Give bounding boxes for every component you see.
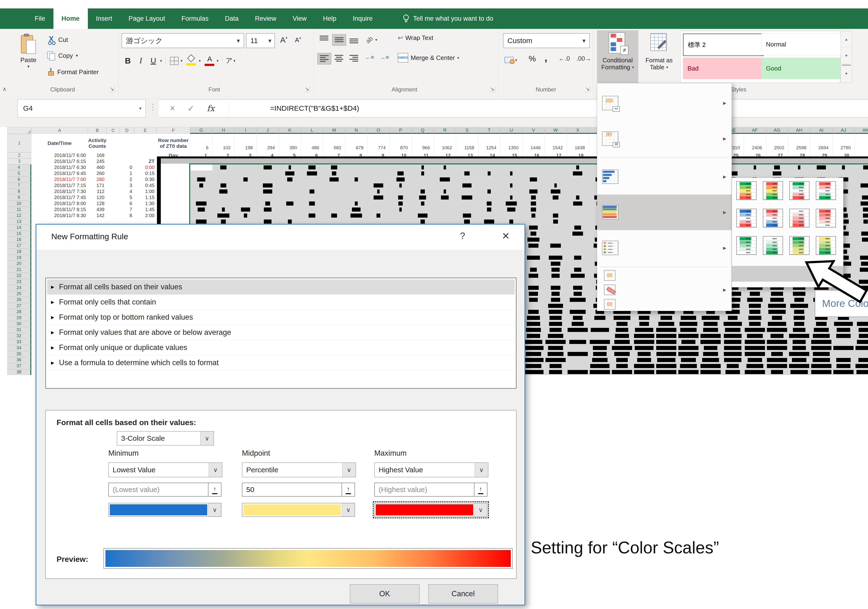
color-select-0[interactable]: ∨	[108, 503, 222, 517]
tell-me-label[interactable]: Tell me what you want to do	[413, 15, 493, 22]
copy-button[interactable]: Copy▾	[47, 49, 78, 62]
align-right-button[interactable]	[347, 53, 361, 64]
cut-button[interactable]: Cut	[47, 33, 68, 46]
formula-bar-splitter[interactable]: ⋮	[149, 102, 157, 112]
row-header-20[interactable]: 20	[7, 261, 31, 267]
type-select-0[interactable]: Lowest Value∨	[108, 462, 222, 477]
column-header-AH[interactable]: AH	[788, 127, 810, 134]
borders-button[interactable]	[169, 56, 180, 65]
format-style-select[interactable]: 3-Color Scale ∨	[117, 431, 214, 446]
row-header-6[interactable]: 6	[7, 177, 31, 183]
menu-item-new-rule-[interactable]	[597, 268, 732, 283]
confirm-entry-icon[interactable]: ✓	[188, 104, 194, 113]
fill-color-button[interactable]	[185, 55, 198, 67]
row-header-12[interactable]: 12	[7, 212, 31, 218]
ribbon-collapse-icon[interactable]: ∧	[2, 86, 7, 93]
column-header-G[interactable]: G	[190, 127, 212, 134]
rule-type-list[interactable]: ▶Format all cells based on their values▶…	[45, 277, 516, 389]
merge-dropdown-icon[interactable]: ▾	[457, 56, 459, 60]
column-header-W[interactable]: W	[544, 127, 567, 134]
row-header-36[interactable]: 36	[7, 357, 31, 363]
cell-style-good[interactable]: Good	[761, 57, 841, 79]
increase-decimal-button[interactable]: ←.0	[558, 55, 570, 62]
number-format-select[interactable]: Custom▾	[503, 33, 590, 48]
row-header-26[interactable]: 26	[7, 297, 31, 303]
row-header-22[interactable]: 22	[7, 273, 31, 279]
color-scale-thumbnail-red-white[interactable]	[816, 209, 836, 228]
align-top-button[interactable]	[317, 34, 331, 45]
tab-view[interactable]: View	[285, 8, 315, 29]
row-header-11[interactable]: 11	[7, 206, 31, 212]
chevron-down-icon[interactable]: ∨	[209, 463, 222, 477]
dialog-close-button[interactable]: ×	[502, 228, 509, 243]
row-header-7[interactable]: 7	[7, 183, 31, 189]
column-header-AG[interactable]: AG	[766, 127, 788, 134]
color-scale-thumbnail-green-white[interactable]	[736, 236, 756, 255]
row-header-31[interactable]: 31	[7, 327, 31, 333]
align-center-button[interactable]	[332, 53, 346, 64]
color-scale-thumbnail-red-white-green[interactable]	[816, 181, 836, 200]
row-header-1[interactable]: 1	[7, 134, 31, 152]
rule-type-item[interactable]: ▶Use a formula to determine which cells …	[47, 355, 515, 370]
color-select-2[interactable]: ∨	[374, 503, 487, 517]
column-header-R[interactable]: R	[434, 127, 456, 134]
row-header-2[interactable]: 2	[7, 152, 31, 158]
color-scale-thumbnail-yellow-green[interactable]	[816, 236, 836, 255]
menu-item-clear-rules[interactable]: ▶	[597, 283, 732, 297]
accounting-format-button[interactable]: ▾	[505, 53, 523, 67]
orientation-button[interactable]: ab▾	[366, 34, 384, 46]
tab-help[interactable]: Help	[315, 8, 345, 29]
color-scale-thumbnail-red-white-blue[interactable]	[763, 209, 783, 228]
rule-type-item[interactable]: ▶Format all cells based on their values	[47, 279, 515, 294]
font-name-select[interactable]: 游ゴシック▾	[122, 33, 244, 48]
bold-button[interactable]: B	[122, 56, 134, 65]
rule-type-item[interactable]: ▶Format only cells that contain	[47, 294, 515, 310]
gallery-scrollbar[interactable]: ▴▾▾	[840, 31, 852, 83]
tab-review[interactable]: Review	[247, 8, 285, 29]
tab-file[interactable]: File	[26, 8, 53, 29]
dropdown-icon[interactable]: ▾	[265, 34, 274, 48]
row-header-15[interactable]: 15	[7, 231, 31, 237]
column-header-AK[interactable]: AK	[854, 127, 868, 134]
column-header-AI[interactable]: AI	[810, 127, 832, 134]
chevron-down-icon[interactable]: ∨	[342, 503, 355, 516]
tab-page-layout[interactable]: Page Layout	[120, 8, 173, 29]
phonetic-guide-button[interactable]: ア	[226, 56, 232, 65]
cell-style-normal[interactable]: Normal	[761, 34, 841, 55]
percent-style-button[interactable]: %	[529, 54, 536, 63]
conditional-formatting-button[interactable]: ≠ConditionalFormatting▾	[597, 30, 639, 84]
row-header-35[interactable]: 35	[7, 351, 31, 357]
font-dialog-launcher[interactable]: ↘	[304, 86, 310, 92]
value-field-1[interactable]: 50↑	[242, 483, 355, 497]
column-header-T[interactable]: T	[478, 127, 500, 134]
column-header-I[interactable]: I	[234, 127, 257, 134]
chevron-down-icon[interactable]: ∨	[208, 503, 221, 516]
color-select-1[interactable]: ∨	[242, 503, 355, 517]
clipboard-dialog-launcher[interactable]: ↘	[109, 86, 115, 92]
row-header-27[interactable]: 27	[7, 303, 31, 309]
rule-type-item[interactable]: ▶Format only unique or duplicate values	[47, 340, 515, 355]
currency-dropdown-icon[interactable]: ▾	[515, 58, 517, 62]
format-as-table-button[interactable]: Format asTable▾	[640, 30, 678, 84]
row-header-25[interactable]: 25	[7, 291, 31, 297]
row-header-9[interactable]: 9	[7, 195, 31, 200]
column-header-A[interactable]: A	[31, 127, 88, 134]
comma-style-button[interactable]: ,	[544, 52, 547, 64]
active-cell-g4[interactable]	[191, 164, 212, 170]
font-size-select[interactable]: 11▾	[246, 33, 275, 48]
select-all-corner[interactable]	[7, 127, 31, 134]
type-select-1[interactable]: Percentile∨	[242, 462, 356, 477]
font-color-dropdown-icon[interactable]: ▾	[217, 59, 219, 63]
wrap-text-button[interactable]: ↩Wrap Text	[398, 34, 433, 42]
column-header-D[interactable]: D	[119, 127, 134, 134]
row-header-24[interactable]: 24	[7, 285, 31, 291]
row-header-28[interactable]: 28	[7, 309, 31, 315]
name-box-dropdown-icon[interactable]: ▾	[139, 105, 141, 111]
name-box[interactable]: G4▾	[17, 99, 146, 118]
gallery-scroll-up-button[interactable]: ▴	[841, 31, 852, 47]
chevron-down-icon[interactable]: ∨	[200, 432, 214, 445]
cell-style-bad[interactable]: Bad	[683, 57, 763, 79]
row-header-8[interactable]: 8	[7, 189, 31, 195]
row-header-14[interactable]: 14	[7, 225, 31, 231]
row-header-10[interactable]: 10	[7, 200, 31, 206]
